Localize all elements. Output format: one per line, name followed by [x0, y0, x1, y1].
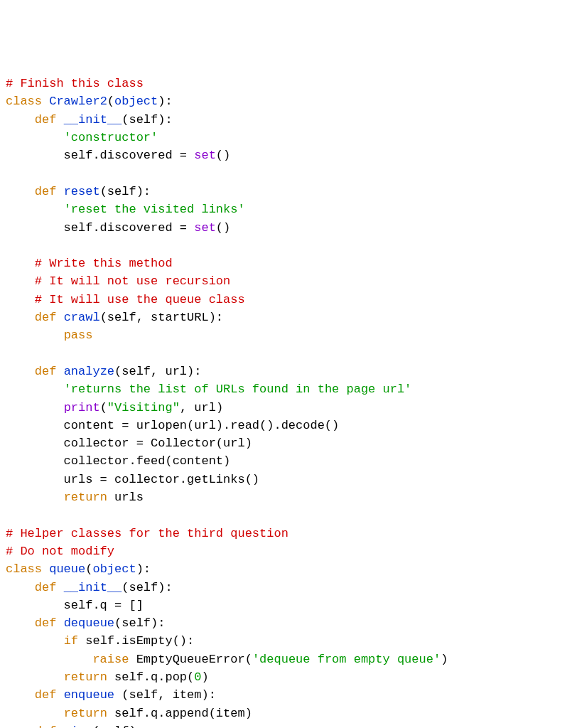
indent — [6, 203, 64, 216]
code-text: self.q.pop( — [107, 670, 194, 684]
docstring: 'reset the visited links' — [64, 203, 245, 216]
keyword-def: def — [35, 311, 57, 324]
space — [56, 113, 63, 127]
space — [42, 562, 49, 576]
keyword-def: def — [35, 365, 57, 378]
comment: # Do not modify — [6, 545, 114, 558]
code-text: self.q = [] — [6, 599, 144, 612]
params: (self, url): — [114, 365, 201, 378]
parens: () — [216, 221, 230, 235]
args: , url) — [180, 401, 223, 414]
builtin-set: set — [194, 221, 216, 235]
params: (self): — [114, 616, 165, 630]
code-text: collector = Collector(url) — [6, 437, 252, 450]
indent — [6, 581, 35, 594]
paren: ( — [107, 95, 114, 108]
code-text: EmptyQueueError( — [129, 653, 252, 666]
keyword-class: class — [6, 562, 42, 576]
indent — [6, 185, 35, 198]
code-text: self.q.append(item) — [107, 707, 252, 720]
params: (self): — [92, 724, 143, 728]
comment: # Helper classes for the third question — [6, 527, 288, 540]
method-name: analyze — [64, 365, 114, 378]
keyword-def: def — [35, 185, 57, 198]
indent — [6, 491, 64, 504]
indent — [6, 131, 64, 144]
keyword-def: def — [35, 581, 57, 594]
paren-colon: ): — [158, 95, 172, 108]
keyword-pass: pass — [64, 328, 93, 342]
method-name: crawl — [64, 311, 100, 324]
code-block: # Finish this class class Crawler2(objec… — [6, 75, 566, 728]
space — [56, 185, 63, 198]
space — [42, 95, 49, 108]
indent — [6, 401, 64, 414]
params: (self): — [122, 581, 172, 594]
indent — [6, 616, 35, 630]
indent — [6, 724, 35, 728]
space — [56, 581, 63, 594]
keyword-raise: raise — [92, 653, 129, 666]
indent — [6, 328, 64, 342]
indent — [6, 113, 35, 127]
base-class: object — [92, 562, 136, 576]
space — [56, 724, 63, 728]
keyword-if: if — [64, 634, 78, 648]
string-literal: 'dequeue from empty queue' — [252, 653, 441, 666]
docstring: 'returns the list of URLs found in the p… — [64, 382, 412, 396]
keyword-def: def — [35, 113, 57, 127]
paren: ) — [441, 653, 448, 666]
code-text: content = urlopen(url).read().decode() — [6, 419, 339, 432]
keyword-def: def — [35, 616, 57, 630]
method-name: enqueue — [64, 688, 114, 702]
code-text: urls — [107, 491, 144, 504]
code-text: self.discovered = — [6, 221, 194, 235]
keyword-return: return — [64, 491, 107, 504]
params: (self, startURL): — [100, 311, 223, 324]
keyword-def: def — [35, 688, 57, 702]
string-literal: "Visiting" — [107, 401, 180, 414]
indent — [6, 688, 35, 702]
keyword-def: def — [35, 724, 57, 728]
keyword-return: return — [64, 670, 107, 684]
method-name: __init__ — [64, 581, 122, 594]
paren: ) — [201, 670, 208, 684]
indent — [6, 311, 35, 324]
keyword-return: return — [64, 707, 107, 720]
space — [56, 688, 63, 702]
class-name: Crawler2 — [49, 95, 107, 108]
comment: # Write this method — [35, 257, 173, 270]
indent — [6, 257, 35, 270]
params: (self, item): — [114, 688, 216, 702]
indent — [6, 293, 35, 306]
indent — [6, 382, 64, 396]
builtin-set: set — [194, 149, 216, 162]
space — [56, 616, 63, 630]
class-name: queue — [49, 562, 85, 576]
docstring: 'constructor' — [64, 131, 158, 144]
paren-colon: ): — [136, 562, 151, 576]
params: (self): — [100, 185, 151, 198]
indent — [6, 634, 64, 648]
number-literal: 0 — [194, 670, 201, 684]
paren: ( — [85, 562, 92, 576]
code-text: collector.feed(content) — [6, 454, 230, 468]
paren: ( — [100, 401, 107, 414]
base-class: object — [114, 95, 158, 108]
indent — [6, 670, 64, 684]
comment: # It will not use recursion — [35, 274, 230, 288]
space — [56, 365, 63, 378]
parens: () — [216, 149, 230, 162]
method-name: size — [64, 724, 93, 728]
params: (self): — [122, 113, 172, 127]
method-name: dequeue — [64, 616, 114, 630]
method-name: __init__ — [64, 113, 122, 127]
indent — [6, 274, 35, 288]
indent — [6, 653, 92, 666]
keyword-class: class — [6, 95, 42, 108]
code-text: self.isEmpty(): — [78, 634, 194, 648]
comment: # It will use the queue class — [35, 293, 245, 306]
builtin-print: print — [64, 401, 100, 414]
indent — [6, 365, 35, 378]
code-text: self.discovered = — [6, 149, 194, 162]
